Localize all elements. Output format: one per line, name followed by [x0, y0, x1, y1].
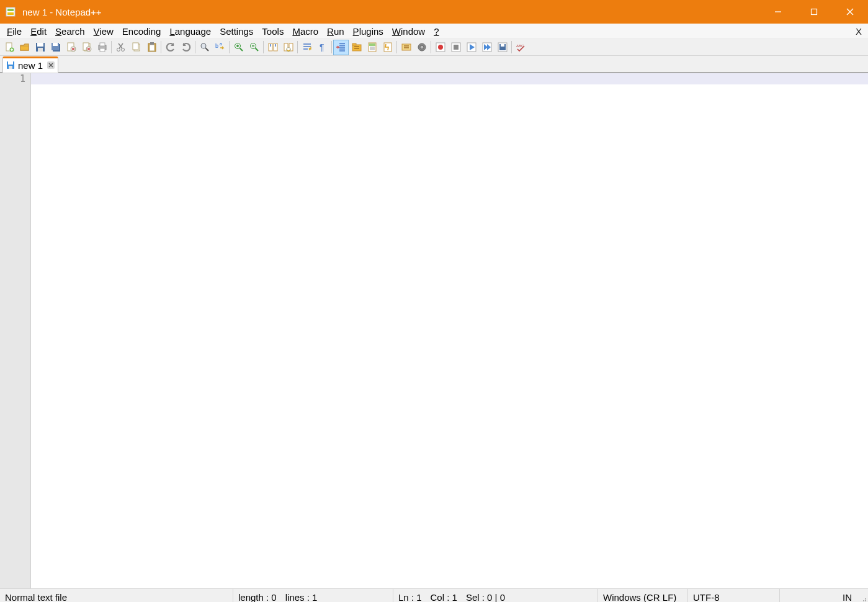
svg-rect-92 [501, 44, 504, 47]
play-button[interactable] [463, 40, 479, 55]
sync-v-button[interactable] [265, 40, 280, 55]
menu-item-settings[interactable]: Settings [215, 25, 257, 38]
svg-rect-38 [150, 42, 154, 45]
doc-map-icon [367, 42, 378, 53]
svg-text:b: b [215, 43, 218, 49]
window-controls [760, 0, 868, 24]
document-close-x[interactable]: X [852, 26, 866, 37]
current-line-highlight [31, 73, 868, 84]
new-button[interactable] [1, 40, 17, 55]
spellcheck-icon: ABC [516, 42, 527, 53]
cut-icon [115, 42, 127, 53]
text-editor[interactable] [31, 73, 868, 588]
menu-item-encoding[interactable]: Encoding [118, 25, 166, 38]
folder-as-workspace-icon [351, 42, 362, 53]
menubar: FileEditSearchViewEncodingLanguageSettin… [0, 24, 868, 39]
print-button[interactable] [94, 40, 110, 55]
open-icon [19, 42, 30, 53]
indent-button[interactable] [333, 40, 349, 55]
zoom-out-button[interactable] [246, 40, 262, 55]
tab-active[interactable]: new 1 [2, 56, 58, 73]
new-icon [4, 42, 15, 53]
svg-rect-87 [454, 45, 459, 50]
copy-button[interactable] [128, 40, 144, 55]
menu-item-file[interactable]: File [2, 25, 26, 38]
stop-icon [450, 42, 462, 53]
showall-button[interactable]: ¶ [315, 40, 330, 55]
status-encoding[interactable]: UTF-8 [687, 589, 779, 602]
save-all-button[interactable] [48, 40, 63, 55]
record-button[interactable] [432, 40, 448, 55]
toolbar-separator [511, 41, 512, 53]
copy-icon [131, 42, 142, 53]
maximize-button[interactable] [796, 0, 832, 24]
doc-map-button[interactable] [364, 40, 380, 55]
toolbar-separator [111, 41, 112, 53]
status-mode[interactable]: IN [779, 589, 857, 602]
close-window-button[interactable] [832, 0, 868, 24]
folder-monitor-button[interactable] [414, 40, 429, 55]
showall-icon: ¶ [317, 42, 328, 53]
close-button[interactable] [63, 40, 79, 55]
paste-button[interactable] [144, 40, 159, 55]
play-multi-icon [481, 42, 493, 53]
save-button[interactable] [32, 40, 48, 55]
status-position: Ln : 1 Col : 1 Sel : 0 | 0 [393, 589, 597, 602]
svg-text:a: a [220, 42, 222, 46]
doc-list-icon [382, 42, 393, 53]
menu-item-tools[interactable]: Tools [257, 25, 288, 38]
toolbar-separator [331, 41, 332, 53]
zoom-in-button[interactable] [231, 40, 246, 55]
menu-item-macro[interactable]: Macro [288, 25, 323, 38]
sync-h-button[interactable] [280, 40, 296, 55]
svg-point-83 [420, 45, 424, 49]
status-lines: lines : 1 [285, 592, 318, 603]
cut-button[interactable] [113, 40, 128, 55]
status-sel: Sel : 0 | 0 [466, 592, 505, 603]
replace-button[interactable]: ba [212, 40, 228, 55]
find-icon [199, 42, 210, 53]
svg-line-45 [239, 48, 243, 52]
menu-item-?[interactable]: ? [429, 25, 443, 38]
svg-rect-13 [37, 43, 43, 47]
close-all-icon [81, 42, 92, 53]
stop-button[interactable] [448, 40, 463, 55]
open-button[interactable] [17, 40, 32, 55]
undo-button[interactable] [163, 40, 178, 55]
menu-item-edit[interactable]: Edit [26, 25, 51, 38]
svg-rect-11 [20, 46, 29, 50]
svg-point-85 [438, 45, 443, 50]
redo-button[interactable] [178, 40, 194, 55]
line-number: 1 [0, 73, 25, 84]
resize-grip[interactable] [857, 589, 868, 602]
menu-item-view[interactable]: View [89, 25, 118, 38]
zoom-in-icon [233, 42, 244, 53]
wordwrap-button[interactable] [299, 40, 315, 55]
status-filetype: Normal text file [0, 589, 233, 602]
find-button[interactable] [197, 40, 212, 55]
status-eol[interactable]: Windows (CR LF) [597, 589, 687, 602]
menu-item-language[interactable]: Language [165, 25, 215, 38]
minimize-button[interactable] [760, 0, 796, 24]
svg-text:¶: ¶ [320, 42, 324, 52]
menu-item-search[interactable]: Search [51, 25, 89, 38]
status-length: length : 0 [238, 592, 277, 603]
menu-item-run[interactable]: Run [323, 25, 349, 38]
close-all-button[interactable] [79, 40, 94, 55]
spellcheck-button[interactable]: ABC [513, 40, 529, 55]
record-icon [435, 42, 446, 53]
svg-rect-14 [38, 48, 43, 52]
menu-item-plugins[interactable]: Plugins [349, 25, 388, 38]
save-macro-button[interactable] [494, 40, 510, 55]
function-list-button[interactable] [398, 40, 414, 55]
svg-rect-2 [7, 12, 14, 15]
play-multi-button[interactable] [479, 40, 494, 55]
titlebar: new 1 - Notepad++ [0, 0, 868, 24]
menu-item-window[interactable]: Window [388, 25, 429, 38]
toolbar-separator [161, 41, 161, 53]
tab-close-button[interactable] [47, 61, 55, 70]
window-title: new 1 - Notepad++ [21, 7, 760, 17]
folder-as-workspace-button[interactable] [349, 40, 364, 55]
svg-point-105 [865, 598, 866, 600]
doc-list-button[interactable] [380, 40, 395, 55]
